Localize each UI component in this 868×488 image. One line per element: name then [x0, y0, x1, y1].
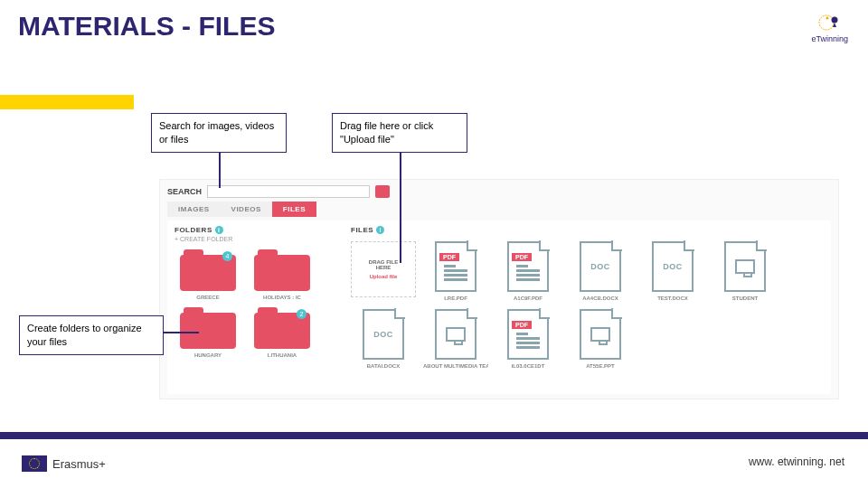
tab-files[interactable]: FILES	[272, 202, 316, 217]
file-label: LRE.PDF	[423, 296, 488, 302]
file-icon	[580, 309, 621, 360]
file-label: ABOUT MULTIMEDIA TEAM.PPTX	[423, 363, 488, 370]
folder-item[interactable]: 2LITHUANIA	[249, 307, 316, 358]
svg-point-1	[826, 17, 828, 20]
file-icon	[724, 241, 766, 292]
file-icon: DOC	[363, 309, 404, 360]
search-row: Search	[160, 180, 838, 202]
file-item[interactable]: PDFIL03.0CE1DT	[495, 309, 561, 370]
leader-line-folders	[163, 332, 199, 333]
folder-label: HUNGARY	[175, 352, 241, 358]
svg-point-2	[831, 17, 837, 23]
files-grid: DRAG FILEHEREUpload filePDFLRE.PDFPDFA1C…	[351, 241, 824, 370]
files-column: FILES i DRAG FILEHEREUpload filePDFLRE.P…	[351, 226, 824, 389]
create-folder-link[interactable]: + CREATE FOLDER	[175, 236, 351, 242]
folder-label: LITHUANIA	[249, 352, 316, 358]
file-label: STUDENT	[712, 296, 778, 302]
folders-heading: FOLDERS i	[175, 226, 351, 234]
folders-heading-text: FOLDERS	[175, 226, 212, 234]
panel-content: FOLDERS i + CREATE FOLDER 4GREECEHOLIDAY…	[167, 221, 831, 394]
folder-badge: 2	[297, 309, 307, 319]
file-item[interactable]: PDFA1C9F.PDF	[495, 241, 561, 302]
upload-file-link[interactable]: Upload file	[370, 274, 398, 279]
file-label: AA4CB.DOCX	[568, 296, 633, 302]
footer-url: www. etwinning. net	[749, 455, 844, 468]
folder-item[interactable]: 4GREECE	[175, 249, 241, 300]
logo-text: eTwinning	[811, 34, 848, 43]
file-label: A1C9F.PDF	[495, 296, 561, 302]
file-label: AT55E.PPT	[568, 363, 633, 370]
file-item[interactable]: STUDENT	[712, 241, 778, 302]
erasmus-text: Erasmus+	[52, 457, 106, 471]
file-icon: PDF	[507, 309, 549, 360]
file-item[interactable]: AT55E.PPT	[568, 309, 633, 370]
file-tag: PDF	[512, 253, 532, 261]
materials-panel: Search IMAGES VIDEOS FILES FOLDERS i + C…	[159, 179, 839, 399]
file-icon	[435, 309, 476, 360]
accent-bar	[0, 95, 134, 109]
footer-divider	[0, 432, 868, 439]
folder-icon: 4	[180, 249, 236, 291]
folder-icon	[180, 307, 236, 349]
file-icon: PDF	[435, 241, 476, 292]
search-input[interactable]	[207, 185, 370, 198]
files-heading-text: FILES	[351, 226, 373, 234]
tab-images[interactable]: IMAGES	[167, 202, 221, 217]
file-label: BATAI.DOCX	[351, 363, 416, 370]
folder-icon: 2	[254, 307, 310, 349]
callout-folders: Create folders to organize your files	[19, 315, 164, 355]
file-tag: PDF	[512, 321, 532, 329]
file-label: IL03.0CE1DT	[495, 363, 561, 370]
folders-column: FOLDERS i + CREATE FOLDER 4GREECEHOLIDAY…	[175, 226, 351, 389]
page-title: MATERIALS - FILES	[0, 0, 868, 42]
folder-icon	[254, 249, 310, 291]
file-item[interactable]: DOCAA4CB.DOCX	[568, 241, 633, 302]
file-icon: DOC	[580, 241, 621, 292]
search-label: Search	[167, 187, 202, 196]
info-icon[interactable]: i	[376, 226, 384, 234]
file-icon: PDF	[507, 241, 549, 292]
leader-line-drag	[400, 147, 401, 263]
file-tag: PDF	[439, 253, 459, 261]
tab-bar: IMAGES VIDEOS FILES	[160, 202, 838, 217]
footer-left: Erasmus+	[22, 455, 106, 472]
folder-label: GREECE	[175, 295, 241, 300]
info-icon[interactable]: i	[215, 226, 223, 234]
folder-badge: 4	[222, 251, 232, 261]
folder-label: HOLIDAYS : IC	[249, 295, 316, 300]
file-item[interactable]: ABOUT MULTIMEDIA TEAM.PPTX	[423, 309, 488, 370]
file-item[interactable]: DOCBATAI.DOCX	[351, 309, 416, 370]
folder-item[interactable]: HOLIDAYS : IC	[249, 249, 316, 300]
callout-drag: Drag file here or click "Upload file"	[332, 113, 467, 153]
file-label: TEST.DOCX	[640, 296, 705, 302]
dropzone[interactable]: DRAG FILEHEREUpload file	[351, 241, 416, 297]
file-item[interactable]: DOCTEST.DOCX	[640, 241, 705, 302]
tab-videos[interactable]: VIDEOS	[221, 202, 272, 217]
eu-flag-icon	[22, 455, 47, 472]
file-item[interactable]: PDFLRE.PDF	[423, 241, 488, 302]
files-heading: FILES i	[351, 226, 824, 234]
folders-grid: 4GREECEHOLIDAYS : ICHUNGARY2LITHUANIA	[175, 249, 351, 358]
callout-search: Search for images, videos or files	[151, 113, 287, 153]
etwinning-logo: eTwinning	[811, 13, 848, 43]
leader-line-search	[219, 147, 221, 188]
file-icon: DOC	[652, 241, 693, 292]
search-button[interactable]	[375, 185, 390, 198]
